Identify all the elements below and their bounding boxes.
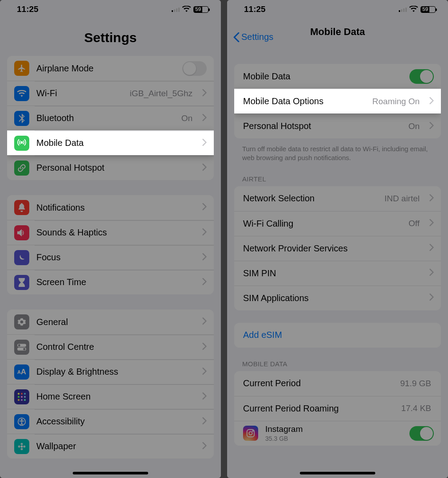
airplane-toggle[interactable] (182, 61, 207, 76)
row-label: Accessibility (36, 416, 195, 427)
current-period-row[interactable]: Current Period 91.9 GB (234, 371, 441, 396)
sim-applications-row[interactable]: SIM Applications (234, 286, 441, 310)
back-button[interactable]: Settings (233, 32, 273, 42)
instagram-icon (243, 426, 258, 441)
row-detail: On (181, 114, 193, 123)
svg-point-3 (18, 344, 20, 346)
current-period-roaming-row[interactable]: Current Period Roaming 17.4 KB (234, 396, 441, 421)
mobile-data-options-row[interactable]: Mobile Data Options Roaming On (234, 89, 441, 114)
personal-hotspot-row[interactable]: Personal Hotspot (7, 155, 214, 180)
network-selection-row[interactable]: Network Selection IND airtel (234, 186, 441, 211)
notifications-group: Notifications Sounds & Haptics Focus Scr… (7, 195, 214, 294)
app-usage: 35.3 GB (265, 435, 402, 442)
wifi-row[interactable]: Wi-Fi iGB_Airtel_5Ghz (7, 81, 214, 106)
accessibility-row[interactable]: Accessibility (7, 409, 214, 434)
svg-point-17 (21, 443, 23, 445)
row-label: Current Period Roaming (243, 404, 394, 414)
chevron-right-icon (429, 294, 434, 302)
row-detail: 17.4 KB (401, 404, 431, 413)
flower-icon (14, 439, 29, 454)
row-label: Mobile Data (243, 71, 402, 82)
notifications-row[interactable]: Notifications (7, 195, 214, 220)
row-detail: 91.9 GB (400, 379, 431, 388)
svg-point-0 (21, 141, 23, 143)
chevron-right-icon (429, 269, 434, 278)
moon-icon (14, 250, 29, 265)
row-label: Network Selection (243, 193, 377, 204)
chevron-right-icon (202, 253, 207, 262)
svg-point-23 (252, 431, 253, 431)
row-label: Focus (36, 252, 195, 263)
home-indicator[interactable] (300, 472, 375, 474)
status-bar: 11:25 59 (227, 0, 448, 17)
sim-pin-row[interactable]: SIM PIN (234, 261, 441, 286)
row-label: Control Centre (36, 342, 195, 352)
svg-point-15 (21, 419, 23, 420)
general-row[interactable]: General (7, 310, 214, 334)
sounds-row[interactable]: Sounds & Haptics (7, 220, 214, 245)
accessibility-icon (14, 414, 29, 429)
group-footer: Turn off mobile data to restrict all dat… (227, 140, 448, 163)
svg-point-22 (249, 431, 252, 435)
chevron-right-icon (202, 392, 207, 401)
row-label: Sounds & Haptics (36, 227, 195, 238)
nav-bar: Settings Mobile Data (227, 17, 448, 44)
svg-point-19 (18, 445, 20, 447)
esim-group: Add eSIM (234, 323, 441, 348)
row-label: General (36, 317, 195, 327)
carrier-group: Network Selection IND airtel Wi-Fi Calli… (234, 186, 441, 310)
row-label: Wi-Fi Calling (243, 219, 401, 229)
app-usage-row[interactable]: Instagram 35.3 GB (234, 421, 441, 446)
wifi-icon (409, 4, 418, 14)
display-brightness-row[interactable]: AA Display & Brightness (7, 359, 214, 384)
switches-icon (14, 340, 29, 355)
mobile-data-screen: 11:25 59 Settings Mobile Data Mobile Dat… (227, 0, 448, 478)
general-group: General Control Centre AA Display & Brig… (7, 310, 214, 458)
row-label: Mobile Data (36, 138, 195, 148)
control-centre-row[interactable]: Control Centre (7, 334, 214, 359)
connectivity-group: Airplane Mode Wi-Fi iGB_Airtel_5Ghz Blue… (7, 56, 214, 180)
svg-rect-6 (21, 393, 23, 395)
chevron-right-icon (429, 97, 434, 106)
antenna-icon (14, 136, 29, 151)
row-label: SIM Applications (243, 293, 422, 303)
mobile-data-toggle-row[interactable]: Mobile Data (234, 64, 441, 89)
app-name: Instagram (265, 424, 402, 434)
home-indicator[interactable] (73, 472, 148, 474)
app-grid-icon (14, 389, 29, 404)
wifi-icon (182, 4, 191, 14)
svg-rect-9 (21, 396, 23, 398)
airplane-mode-row[interactable]: Airplane Mode (7, 56, 214, 81)
row-detail: On (409, 121, 420, 131)
wallpaper-row[interactable]: Wallpaper (7, 434, 214, 458)
chevron-right-icon (202, 442, 207, 451)
status-bar: 11:25 59 (0, 0, 221, 17)
mobile-data-row[interactable]: Mobile Data (7, 130, 214, 155)
home-screen-row[interactable]: Home Screen (7, 384, 214, 409)
app-toggle[interactable] (409, 426, 434, 441)
row-label: Display & Brightness (36, 367, 195, 377)
row-label: Home Screen (36, 392, 195, 402)
row-detail: IND airtel (385, 194, 420, 204)
network-provider-services-row[interactable]: Network Provider Services (234, 236, 441, 261)
wifi-calling-row[interactable]: Wi-Fi Calling Off (234, 211, 441, 236)
page-title: Mobile Data (310, 26, 365, 38)
personal-hotspot-row[interactable]: Personal Hotspot On (234, 114, 441, 138)
status-time: 11:25 (17, 4, 39, 14)
chevron-right-icon (202, 317, 207, 326)
chevron-right-icon (202, 368, 207, 376)
svg-rect-5 (18, 393, 20, 395)
chevron-right-icon (202, 114, 207, 123)
chevron-right-icon (202, 417, 207, 426)
row-detail: iGB_Airtel_5Ghz (130, 89, 193, 98)
screen-time-row[interactable]: Screen Time (7, 270, 214, 294)
row-label: Airplane Mode (36, 63, 175, 74)
mobile-data-toggle[interactable] (409, 69, 434, 84)
row-label: SIM PIN (243, 268, 422, 278)
add-esim-row[interactable]: Add eSIM (234, 323, 441, 348)
wifi-icon (14, 86, 29, 101)
speaker-icon (14, 225, 29, 240)
focus-row[interactable]: Focus (7, 245, 214, 270)
bluetooth-row[interactable]: Bluetooth On (7, 106, 214, 130)
svg-point-4 (23, 348, 25, 350)
